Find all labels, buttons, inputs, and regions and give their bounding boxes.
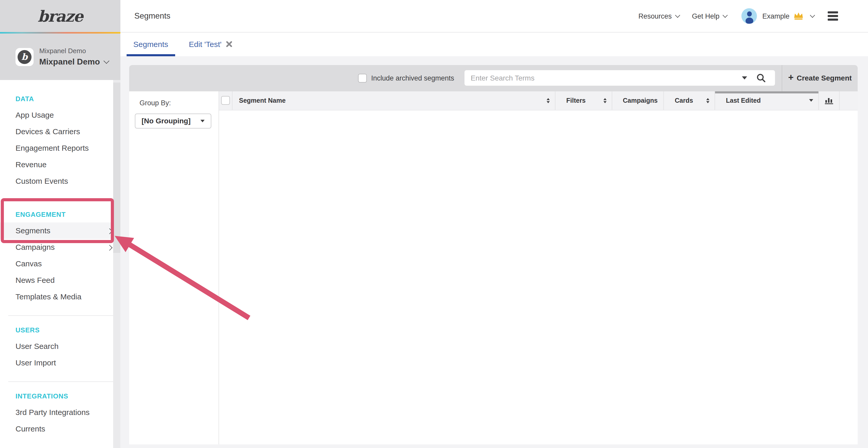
- sidebar: braze b Mixpanel Demo Mixpanel Demo DATA…: [0, 0, 120, 448]
- select-all-checkbox[interactable]: [221, 96, 230, 105]
- column-label: Cards: [675, 97, 706, 104]
- sidebar-nav: DATA App Usage Devices & Carriers Engage…: [0, 80, 120, 437]
- column-label: Last Edited: [726, 97, 809, 104]
- sidebar-item-canvas[interactable]: Canvas: [0, 255, 120, 272]
- sidebar-item-segments[interactable]: Segments: [0, 222, 120, 239]
- plus-icon: +: [788, 72, 794, 83]
- create-segment-label: Create Segment: [797, 74, 852, 82]
- tab-edit-test[interactable]: Edit 'Test': [182, 33, 239, 56]
- sidebar-item-3rd-party-integrations[interactable]: 3rd Party Integrations: [0, 404, 120, 421]
- topbar: Segments Resources Get Help Example: [120, 0, 868, 33]
- column-header-spacer: [839, 91, 858, 110]
- segments-toolbar: Include archived segments + Create Segme…: [129, 65, 858, 91]
- search-input[interactable]: [464, 70, 775, 86]
- sidebar-item-templates-media[interactable]: Templates & Media: [0, 288, 120, 305]
- braze-dashboard: braze b Mixpanel Demo Mixpanel Demo DATA…: [0, 0, 868, 448]
- braze-logo-text: braze: [38, 7, 83, 25]
- search-dropdown-caret-icon[interactable]: [742, 77, 747, 80]
- tab-label: Edit 'Test': [189, 40, 222, 49]
- resources-menu[interactable]: Resources: [638, 12, 679, 20]
- sidebar-item-label: User Import: [16, 358, 56, 367]
- chevron-right-icon: [107, 245, 113, 251]
- sidebar-scrollbar[interactable]: [113, 80, 120, 448]
- sidebar-item-engagement-reports[interactable]: Engagement Reports: [0, 140, 120, 157]
- caret-down-icon: [200, 119, 205, 122]
- column-header-segment-name[interactable]: Segment Name: [232, 91, 555, 110]
- group-by-value: [No Grouping]: [142, 117, 200, 125]
- sidebar-item-label: 3rd Party Integrations: [16, 408, 90, 416]
- sidebar-item-label: App Usage: [16, 110, 54, 119]
- workspace-avatar-letter: b: [18, 50, 32, 64]
- sidebar-section-integrations: INTEGRATIONS: [0, 382, 120, 404]
- account-name: Example: [762, 12, 789, 20]
- chevron-right-icon: [107, 229, 113, 234]
- sidebar-section-users: USERS: [0, 316, 120, 338]
- magnifier-icon[interactable]: [756, 74, 766, 85]
- crown-icon: [794, 12, 803, 20]
- sidebar-item-devices-carriers[interactable]: Devices & Carriers: [0, 123, 120, 140]
- column-label: Campaigns: [623, 97, 658, 104]
- tab-bar: Segments Edit 'Test': [120, 33, 868, 56]
- resources-label: Resources: [638, 12, 672, 20]
- column-label: Filters: [566, 97, 603, 104]
- column-header-cards[interactable]: Cards: [663, 91, 715, 110]
- sort-arrows-icon: [603, 98, 606, 103]
- column-header-campaigns[interactable]: Campaigns: [612, 91, 663, 110]
- segments-content: Include archived segments + Create Segme…: [129, 65, 858, 444]
- create-segment-button[interactable]: + Create Segment: [782, 65, 858, 91]
- group-by-panel: Group By: [No Grouping]: [129, 91, 219, 444]
- page-title: Segments: [134, 11, 170, 21]
- tab-label: Segments: [133, 40, 168, 49]
- sidebar-item-news-feed[interactable]: News Feed: [0, 272, 120, 288]
- sidebar-item-label: Revenue: [16, 160, 46, 169]
- chevron-down-icon: [675, 13, 680, 18]
- braze-logo[interactable]: braze: [0, 0, 120, 32]
- select-all-cell: [219, 91, 232, 110]
- sidebar-item-label: Segments: [16, 226, 51, 235]
- chevron-down-icon: [103, 58, 110, 64]
- column-header-filters[interactable]: Filters: [555, 91, 612, 110]
- sidebar-item-label: Engagement Reports: [16, 143, 89, 152]
- sidebar-item-app-usage[interactable]: App Usage: [0, 107, 120, 123]
- sidebar-item-campaigns[interactable]: Campaigns: [0, 239, 120, 255]
- sidebar-item-label: Devices & Carriers: [16, 127, 80, 136]
- sidebar-item-label: Campaigns: [16, 243, 55, 251]
- chevron-down-icon: [723, 13, 728, 18]
- user-avatar[interactable]: [742, 8, 757, 24]
- sidebar-item-label: Custom Events: [16, 176, 68, 185]
- segments-table: Segment Name Filters Campaigns Cards: [219, 91, 858, 444]
- include-archived-label: Include archived segments: [371, 74, 454, 82]
- person-icon: [747, 11, 752, 16]
- account-menu[interactable]: Example: [762, 12, 814, 20]
- sidebar-section-engagement: ENGAGEMENT: [0, 200, 120, 222]
- close-icon[interactable]: [226, 41, 232, 47]
- sidebar-item-label: Currents: [16, 424, 45, 433]
- bar-chart-icon: [825, 97, 833, 105]
- workspace-name: Mixpanel Demo: [39, 58, 100, 66]
- sidebar-item-user-search[interactable]: User Search: [0, 338, 120, 354]
- workspace-selector[interactable]: b Mixpanel Demo Mixpanel Demo: [0, 34, 120, 80]
- sort-arrows-icon: [547, 98, 550, 103]
- tab-segments[interactable]: Segments: [127, 33, 175, 56]
- caret-down-icon: [809, 99, 813, 102]
- sort-arrows-icon: [706, 98, 709, 103]
- hamburger-menu-icon[interactable]: [828, 11, 838, 21]
- column-header-analytics[interactable]: [818, 91, 839, 110]
- sidebar-item-currents[interactable]: Currents: [0, 421, 120, 437]
- sidebar-item-revenue[interactable]: Revenue: [0, 157, 120, 173]
- segment-search: [464, 70, 775, 86]
- table-body-empty: [219, 110, 858, 444]
- chevron-down-icon: [810, 13, 815, 18]
- sidebar-item-label: News Feed: [16, 276, 55, 284]
- workspace-company-label: Mixpanel Demo: [39, 47, 109, 54]
- include-archived-checkbox[interactable]: [358, 74, 367, 82]
- sidebar-scrollbar-thumb[interactable]: [113, 82, 120, 253]
- group-by-select[interactable]: [No Grouping]: [135, 113, 211, 128]
- get-help-menu[interactable]: Get Help: [692, 12, 727, 20]
- column-label: Segment Name: [239, 97, 547, 104]
- table-header-row: Segment Name Filters Campaigns Cards: [219, 91, 858, 110]
- sidebar-section-data: DATA: [0, 80, 120, 107]
- sidebar-item-user-import[interactable]: User Import: [0, 354, 120, 371]
- column-header-last-edited[interactable]: Last Edited: [715, 91, 818, 110]
- sidebar-item-custom-events[interactable]: Custom Events: [0, 173, 120, 189]
